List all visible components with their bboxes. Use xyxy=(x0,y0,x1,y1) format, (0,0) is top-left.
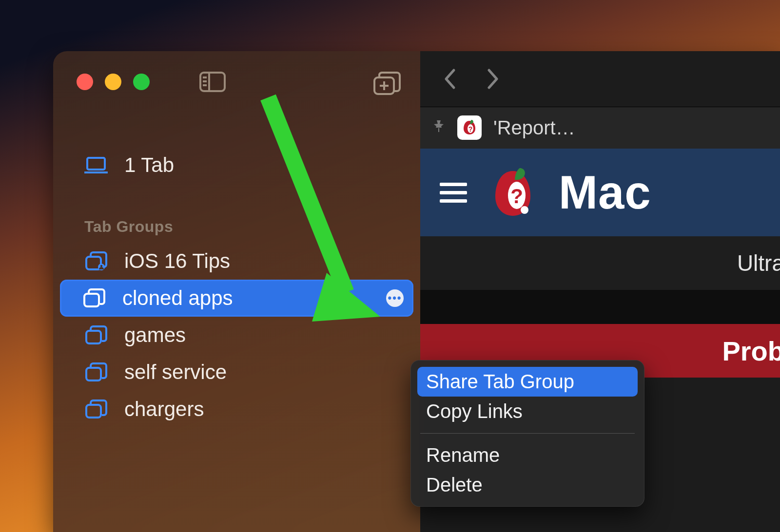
sidebar-tab-group-selected[interactable]: cloned apps ••• xyxy=(60,280,413,317)
tab-group-icon xyxy=(82,288,106,308)
forward-button[interactable] xyxy=(483,68,504,90)
svg-rect-13 xyxy=(84,294,99,306)
back-button[interactable] xyxy=(439,68,460,90)
tab-group-icon xyxy=(84,325,108,345)
sidebar-local-tabs-label: 1 Tab xyxy=(124,153,174,177)
tab-group-icon xyxy=(84,362,108,382)
context-menu-separator xyxy=(420,433,635,434)
svg-point-21 xyxy=(521,206,528,214)
zoom-window-button[interactable] xyxy=(133,74,150,90)
window-traffic-lights xyxy=(53,72,420,92)
site-logo-icon: ? xyxy=(485,164,541,221)
toggle-sidebar-button[interactable] xyxy=(199,72,226,92)
safari-window: 1 Tab Tab Groups iOS 16 Tips xyxy=(53,51,780,532)
sidebar-tab-group[interactable]: games xyxy=(62,317,411,354)
context-menu-item-rename[interactable]: Rename xyxy=(417,440,638,470)
tab-group-label: games xyxy=(124,323,186,347)
sidebar-tab-group[interactable]: self service xyxy=(62,354,411,391)
tab-strip: ? 'Report… xyxy=(420,107,780,149)
svg-point-12 xyxy=(100,265,102,267)
tab-group-icon xyxy=(84,399,108,419)
context-menu: Share Tab Group Copy Links Rename Delete xyxy=(410,360,644,507)
laptop-icon xyxy=(84,155,108,175)
tab-group-label: cloned apps xyxy=(122,286,233,310)
hamburger-menu-button[interactable] xyxy=(440,178,467,208)
tab-group-label: chargers xyxy=(124,398,204,421)
sidebar-tab-group[interactable]: chargers xyxy=(62,391,411,428)
tab-group-more-button[interactable]: ••• xyxy=(386,289,404,307)
site-brand-text: Mac xyxy=(559,166,651,219)
red-band-text: Prob xyxy=(722,335,780,367)
context-menu-item-share[interactable]: Share Tab Group xyxy=(417,367,638,397)
close-window-button[interactable] xyxy=(77,74,93,90)
tab-group-label: iOS 16 Tips xyxy=(124,249,230,273)
sidebar-section-title: Tab Groups xyxy=(53,218,420,236)
context-menu-item-copy[interactable]: Copy Links xyxy=(417,397,638,426)
new-tab-group-button[interactable] xyxy=(372,72,401,96)
svg-rect-16 xyxy=(86,405,101,418)
tab-group-label: self service xyxy=(124,361,227,384)
svg-rect-14 xyxy=(86,331,101,343)
sidebar-local-tabs[interactable]: 1 Tab xyxy=(62,147,411,184)
toolbar xyxy=(420,51,780,107)
tab-title[interactable]: 'Report… xyxy=(493,117,575,139)
tab-favicon: ? xyxy=(457,115,482,140)
headline-text: Ultra xyxy=(737,250,780,276)
minimize-window-button[interactable] xyxy=(105,74,121,90)
svg-text:?: ? xyxy=(468,125,473,133)
svg-text:?: ? xyxy=(510,185,523,208)
sidebar-tab-group[interactable]: iOS 16 Tips xyxy=(62,243,411,280)
site-header: ? Mac xyxy=(420,149,780,236)
svg-rect-15 xyxy=(86,368,101,380)
pin-icon xyxy=(432,119,446,136)
svg-rect-8 xyxy=(87,158,105,170)
sidebar: 1 Tab Tab Groups iOS 16 Tips xyxy=(53,51,420,532)
context-menu-item-delete[interactable]: Delete xyxy=(417,470,638,500)
tab-group-shared-icon xyxy=(84,251,108,271)
headline-row[interactable]: Ultra xyxy=(420,236,780,290)
dark-band xyxy=(420,290,780,324)
